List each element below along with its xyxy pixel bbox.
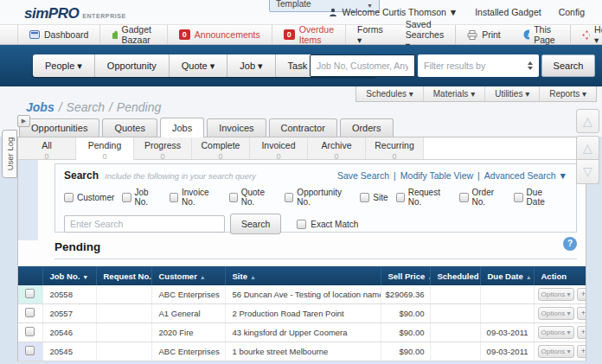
checkbox-site[interactable]: Site (360, 193, 387, 202)
modify-table-view-link[interactable]: Modify Table View (400, 170, 473, 181)
subtab-recurring[interactable]: Recurring 0 (366, 137, 424, 159)
gadget-bazaar-button[interactable]: Gadget Bazaar (100, 25, 167, 44)
user-icon (329, 8, 337, 16)
cell-sell-price: $90.00 (381, 304, 430, 323)
add-button[interactable]: + (577, 345, 586, 358)
checkbox-request-no[interactable]: Request No. (396, 188, 452, 207)
col-request-no[interactable]: Request No.▲ (96, 266, 151, 285)
scroll-up-button[interactable]: △ (576, 136, 599, 160)
options-button[interactable]: Options ▾ (538, 307, 574, 320)
subtab-pending[interactable]: Pending 0 (76, 137, 134, 160)
search-panel-hint: Include the following in your search que… (105, 171, 256, 181)
checkbox-customer[interactable]: Customer (64, 193, 114, 202)
checkbox-due-date[interactable]: Due Date (514, 188, 560, 207)
col-job-no[interactable]: Job No.▼ (42, 266, 96, 285)
overdue-items-button[interactable]: 0 Overdue Items (272, 25, 346, 44)
checkbox-invoice-no-label: Invoice No. (182, 188, 221, 207)
installed-gadget-label: Installed Gadget (475, 7, 541, 17)
checkbox-icon (514, 193, 522, 202)
welcome-user-menu[interactable]: Welcome Curtis Thomson ▼ (320, 7, 466, 17)
forms-label: Forms ▾ (357, 24, 383, 45)
user-log-expand-button[interactable]: ▶ (17, 115, 30, 127)
print-button[interactable]: Print (455, 25, 512, 44)
options-button[interactable]: Options ▾ (538, 326, 574, 339)
col-sell-price[interactable]: Sell Price▲ (381, 266, 430, 285)
scroll-down-button[interactable]: ▽ (576, 160, 599, 184)
simpro-logo: simPRO ENTERPRISE (24, 5, 126, 22)
subtab-pending-label: Pending (76, 140, 133, 150)
breadcrumb-jobs[interactable]: Jobs (26, 100, 54, 114)
add-button[interactable]: + (577, 288, 586, 301)
user-log-tab[interactable]: User Log (2, 130, 17, 178)
col-request-no-label: Request No. (104, 271, 151, 281)
scroll-top-button[interactable]: △ (576, 109, 599, 133)
schedules-menu[interactable]: Schedules ▾ (356, 86, 424, 101)
col-customer[interactable]: Customer▲ (151, 266, 225, 285)
saved-searches-menu[interactable]: Saved Searches ▾ (394, 25, 455, 44)
col-due-date[interactable]: Due Date▲ (480, 266, 534, 285)
forms-menu[interactable]: Forms ▾ (346, 25, 394, 44)
welcome-label: Welcome Curtis Thomson ▼ (342, 7, 458, 17)
announcements-button[interactable]: 0 Announcements (168, 25, 272, 44)
search-panel-title: Search (64, 169, 99, 182)
cell-scheduled (430, 304, 480, 323)
this-page-button[interactable]: i This Page (512, 25, 571, 44)
triangle-down-icon: ▽ (583, 164, 592, 178)
checkbox-quote-no[interactable]: Quote No. (229, 188, 278, 207)
tab-jobs[interactable]: Jobs (160, 118, 204, 137)
filter-results-select[interactable]: Filter results by (418, 54, 539, 77)
jobs-panel: All 0 Pending 0 Progress 0 Complete 0 In… (17, 137, 586, 361)
col-sell-price-label: Sell Price (388, 271, 426, 281)
col-site[interactable]: Site▲ (225, 266, 381, 285)
dashboard-button[interactable]: Dashboard (17, 25, 100, 44)
subtab-all[interactable]: All 0 (18, 137, 76, 159)
col-scheduled[interactable]: Scheduled▲ (430, 266, 480, 285)
row-checkbox[interactable] (25, 346, 35, 355)
tab-quotes[interactable]: Quotes (102, 118, 157, 137)
main-tabs: Opportunities Quotes Jobs Invoices Contr… (19, 118, 396, 137)
add-button[interactable]: + (577, 307, 586, 320)
tab-orders[interactable]: Orders (340, 118, 394, 137)
advanced-search-link[interactable]: Advanced Search ▼ (484, 170, 567, 181)
row-checkbox[interactable] (25, 327, 35, 336)
subtab-invoiced[interactable]: Invoiced 0 (250, 137, 308, 159)
subtab-progress[interactable]: Progress 0 (134, 137, 192, 159)
subtab-archive[interactable]: Archive 0 (308, 137, 366, 159)
help-menu[interactable]: Help ▾ (570, 25, 602, 44)
nav-job-button[interactable]: Job ▾ (227, 54, 275, 77)
materials-menu[interactable]: Materials ▾ (424, 86, 485, 101)
nav-opportunity-button[interactable]: Opportunity (95, 54, 170, 77)
tab-contractor[interactable]: Contractor (269, 118, 337, 137)
checkbox-icon (64, 193, 74, 202)
cell-site: 56 Duncan Ave - Testing of location name… (225, 285, 381, 304)
config-link[interactable]: Config (550, 7, 593, 17)
col-action: Action (534, 266, 586, 285)
search-input[interactable] (64, 215, 225, 233)
row-checkbox[interactable] (25, 308, 35, 317)
breadcrumb-separator: / (59, 100, 62, 114)
utilities-menu[interactable]: Utilities ▾ (485, 86, 540, 101)
exact-match-checkbox[interactable]: Exact Match (297, 220, 358, 229)
checkbox-invoice-no[interactable]: Invoice No. (170, 188, 221, 207)
global-search-input[interactable] (310, 54, 415, 77)
job-status-subtabs: All 0 Pending 0 Progress 0 Complete 0 In… (18, 137, 586, 160)
save-search-link[interactable]: Save Search (337, 170, 389, 181)
checkbox-opportunity-no[interactable]: Opportunity No. (285, 188, 352, 207)
search-button[interactable]: Search (230, 214, 281, 234)
reports-menu[interactable]: Reports ▾ (540, 86, 596, 101)
help-icon[interactable]: ? (563, 237, 577, 251)
nav-quote-button[interactable]: Quote ▾ (170, 54, 228, 77)
tab-opportunities[interactable]: Opportunities (19, 118, 99, 137)
subtab-complete[interactable]: Complete 0 (192, 137, 250, 159)
options-button[interactable]: Options ▾ (538, 345, 574, 358)
checkbox-job-no[interactable]: Job No. (122, 188, 161, 207)
breadcrumb-pending: Pending (117, 100, 161, 114)
checkbox-order-no[interactable]: Order No. (459, 188, 506, 207)
options-button[interactable]: Options ▾ (538, 288, 574, 301)
nav-people-button[interactable]: People ▾ (33, 54, 95, 77)
add-button[interactable]: + (577, 326, 586, 339)
row-checkbox[interactable] (25, 289, 35, 298)
tab-invoices[interactable]: Invoices (207, 118, 266, 137)
installed-gadget-link[interactable]: Installed Gadget (466, 7, 549, 17)
global-search-button[interactable]: Search (541, 54, 595, 77)
